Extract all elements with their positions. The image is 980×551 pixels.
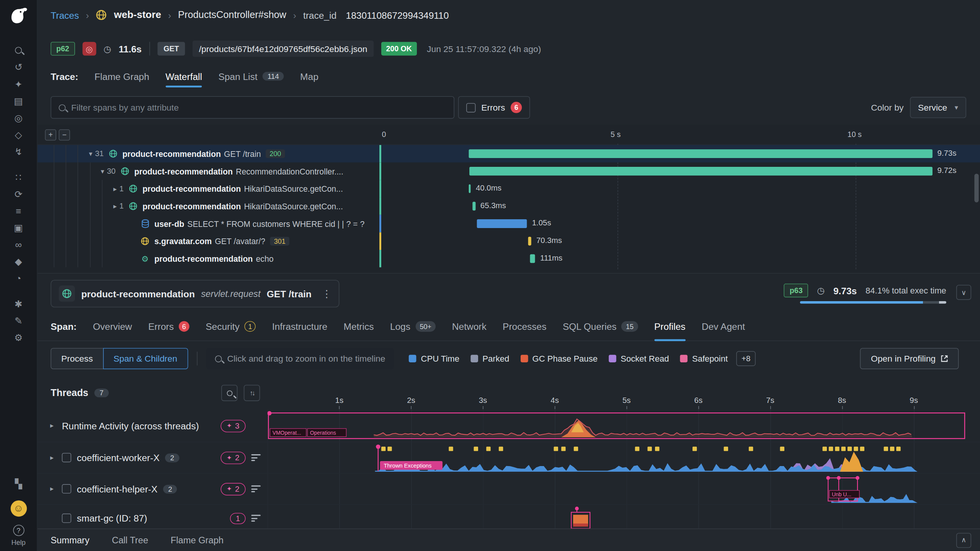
thread-timeline-gc[interactable]: [268, 505, 980, 528]
span-tab-processes[interactable]: Processes: [503, 312, 546, 341]
trace-tab-waterfall[interactable]: Waterfall: [165, 62, 202, 90]
legend-more-badge[interactable]: +8: [737, 351, 755, 366]
thread-timeline-worker[interactable]: Thrown Exceptions: [268, 442, 980, 473]
expand-all-button[interactable]: +: [45, 129, 56, 140]
trace-tab-flame-graph[interactable]: Flame Graph: [95, 62, 149, 90]
search-icon[interactable]: [0, 42, 37, 59]
span-bar[interactable]: [469, 184, 471, 193]
process-button[interactable]: Process: [51, 348, 103, 369]
bottom-tab-call-tree[interactable]: Call Tree: [112, 535, 148, 545]
security-icon[interactable]: ◆: [0, 253, 37, 270]
user-avatar[interactable]: ☺: [10, 500, 26, 517]
insights-badge[interactable]: ✦2: [220, 452, 246, 464]
span-children-button[interactable]: Span & Children: [103, 348, 188, 369]
span-tab-infrastructure[interactable]: Infrastructure: [272, 312, 327, 341]
trace-tab-map[interactable]: Map: [300, 62, 318, 90]
legend-safepoint[interactable]: Safepoint: [680, 354, 728, 363]
datadog-logo[interactable]: [7, 5, 30, 29]
thread-timeline-runtime[interactable]: VMOperat... Operations: [268, 410, 980, 442]
service-map-icon[interactable]: ∷: [0, 169, 37, 186]
connections-icon[interactable]: ∞: [0, 236, 37, 253]
insights-badge[interactable]: 1: [230, 513, 245, 524]
history-icon[interactable]: ↺: [0, 59, 37, 75]
span-menu-icon[interactable]: ⋮: [322, 288, 332, 300]
span-tab-errors[interactable]: Errors6: [148, 312, 189, 341]
trace-tab-span-list[interactable]: Span List114: [218, 62, 284, 90]
thread-checkbox[interactable]: [62, 484, 71, 493]
span-row[interactable]: ▾ 30 product-recommendation Recommendati…: [38, 162, 980, 180]
bits-ai-icon[interactable]: ✦: [0, 76, 37, 93]
chevron-right-icon[interactable]: ▸: [47, 485, 56, 493]
thread-options-icon[interactable]: [251, 454, 261, 461]
insights-badge[interactable]: ✦3: [220, 419, 246, 432]
bottom-tab-summary[interactable]: Summary: [51, 535, 89, 545]
chevron-right-icon[interactable]: ▸: [111, 202, 119, 210]
expand-panel-icon[interactable]: ∧: [956, 533, 971, 548]
waterfall-scrollbar[interactable]: [974, 174, 978, 202]
thread-timeline-helper[interactable]: Unb U...: [268, 474, 980, 504]
thread-row-helper[interactable]: ▸coefficient-helper-X2✦2: [38, 474, 268, 504]
span-row[interactable]: ▸ s.gravatar.com GET /avatar/? 301 70.3m…: [38, 232, 980, 250]
color-by-select[interactable]: Service ▾: [910, 97, 966, 118]
span-bar[interactable]: [530, 254, 535, 263]
breadcrumb-service[interactable]: web-store: [114, 9, 161, 20]
span-row[interactable]: ▸ 1 product-recommendation HikariDataSou…: [38, 197, 980, 215]
thread-row-gc[interactable]: ▸smart-gc (ID: 87)1: [38, 505, 268, 528]
notebooks-icon[interactable]: ✎: [0, 312, 37, 329]
dashboards-icon[interactable]: ▣: [0, 219, 37, 236]
thread-checkbox[interactable]: [62, 514, 71, 523]
insights-badge[interactable]: ✦2: [220, 483, 246, 495]
infrastructure-icon[interactable]: ◇: [0, 126, 37, 143]
legend-socket-read[interactable]: Socket Read: [609, 354, 669, 363]
chevron-right-icon[interactable]: ▸: [47, 422, 56, 430]
span-tab-overview[interactable]: Overview: [93, 312, 132, 341]
chevron-right-icon[interactable]: ▸: [111, 184, 119, 192]
thread-options-icon[interactable]: [251, 486, 261, 492]
thread-row-runtime[interactable]: ▸Runtime Activity (across threads)✦3: [38, 410, 268, 442]
span-bar[interactable]: [469, 167, 932, 176]
legend-parked[interactable]: Parked: [470, 354, 509, 363]
thread-checkbox[interactable]: [62, 453, 71, 462]
ci-visibility-icon[interactable]: ◎: [0, 109, 37, 126]
span-bar[interactable]: [477, 219, 527, 228]
synthetics-icon[interactable]: ⟳: [0, 186, 37, 202]
org-icon[interactable]: ▚: [0, 475, 37, 492]
threads-sort-button[interactable]: ↑↓: [244, 385, 260, 401]
selected-span-card[interactable]: product-recommendation servlet.request G…: [51, 280, 340, 307]
span-tab-logs[interactable]: Logs50+: [390, 312, 436, 341]
errors-filter-toggle[interactable]: Errors 6: [458, 96, 530, 119]
legend-gc-phase-pause[interactable]: GC Phase Pause: [521, 354, 598, 363]
span-bar[interactable]: [469, 149, 932, 158]
span-tab-sql-queries[interactable]: SQL Queries15: [563, 312, 638, 341]
open-in-profiling-button[interactable]: Open in Profiling: [860, 348, 959, 369]
collapse-panel-icon[interactable]: ∨: [956, 285, 971, 300]
span-filter-input[interactable]: Filter spans by any attribute: [51, 96, 454, 119]
help-button[interactable]: ? Help: [11, 525, 26, 546]
metrics-icon[interactable]: ▤: [0, 93, 37, 109]
thread-options-icon[interactable]: [251, 515, 261, 522]
span-tab-metrics[interactable]: Metrics: [343, 312, 374, 341]
settings-icon[interactable]: ⚙: [0, 329, 37, 346]
collapse-all-button[interactable]: −: [59, 129, 70, 140]
errors-checkbox[interactable]: [466, 103, 475, 112]
breadcrumb-traces-link[interactable]: Traces: [51, 10, 79, 20]
breadcrumb-resource[interactable]: ProductsController#show: [178, 9, 286, 20]
error-tracking-icon[interactable]: ✱: [0, 295, 37, 312]
span-row[interactable]: ▸ 1 product-recommendation HikariDataSou…: [38, 180, 980, 197]
span-tab-dev-agent[interactable]: Dev Agent: [702, 312, 745, 341]
chevron-down-icon[interactable]: ▾: [98, 167, 107, 175]
span-row[interactable]: ▸ user-db SELECT * FROM customers WHERE …: [38, 215, 980, 233]
bottom-tab-flame-graph[interactable]: Flame Graph: [171, 535, 224, 545]
chevron-down-icon[interactable]: ▾: [86, 150, 95, 158]
logs-icon[interactable]: ≡: [0, 202, 37, 219]
apm-icon[interactable]: ↯: [0, 143, 37, 160]
span-row[interactable]: ▸ ⚙ product-recommendation echo 111ms: [38, 250, 980, 267]
legend-cpu-time[interactable]: CPU Time: [409, 354, 459, 363]
span-bar[interactable]: [472, 202, 475, 210]
chevron-right-icon[interactable]: ▸: [47, 453, 56, 461]
thread-row-worker[interactable]: ▸coefficient-worker-X2✦2: [38, 442, 268, 473]
span-tab-security[interactable]: Security1: [206, 312, 256, 341]
span-row[interactable]: ▾ 31 product-recommendation GET /train 2…: [38, 145, 980, 163]
profiling-icon[interactable]: ◔: [0, 270, 37, 287]
request-url[interactable]: /products/67bf4e12d09765df56c2ebb6.json: [193, 41, 373, 57]
